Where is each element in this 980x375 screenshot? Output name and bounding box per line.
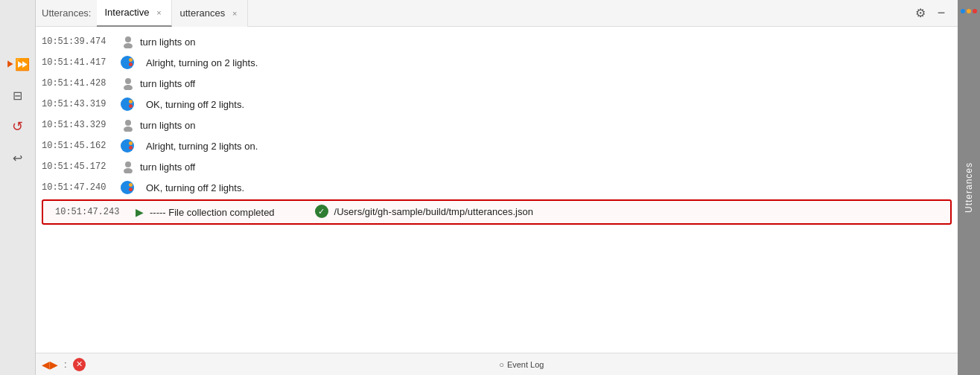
svg-point-5 [124, 85, 133, 90]
green-play-icon: ▶ [136, 206, 144, 218]
file-collection-text: ----- File collection completed [150, 207, 275, 218]
utterance-text: turn lights off [140, 161, 195, 173]
file-collection-row: 10:51:47.243 ▶ ----- File collection com… [42, 199, 952, 225]
utterance-text: Alright, turning 2 lights on. [146, 141, 258, 152]
tab-utterances-label: utterances [179, 7, 225, 19]
utterance-text: turn lights on [140, 36, 195, 48]
svg-point-7 [124, 126, 133, 132]
ai-speaker-icon [121, 180, 141, 195]
utterance-text: Alright, turning on 2 lights. [146, 57, 258, 68]
svg-point-4 [125, 78, 131, 84]
timestamp: 10:51:43.319 [42, 99, 116, 109]
human-speaker-icon [121, 118, 136, 132]
event-log-circle: ○ [499, 360, 504, 369]
human-speaker-icon [121, 34, 136, 49]
sidebar-dots [961, 9, 977, 13]
undo-sidebar-icon[interactable]: ↩ [6, 146, 30, 170]
tab-interactive-label: Interactive [104, 7, 149, 18]
utterance-text: turn lights off [140, 78, 195, 89]
event-log-area: ○ Event Log [92, 360, 952, 369]
history-sidebar-icon[interactable]: ↺ [6, 115, 30, 138]
timestamp: 10:51:41.428 [42, 78, 116, 89]
tab-interactive-close[interactable]: × [153, 7, 164, 18]
timestamp: 10:51:45.162 [42, 141, 116, 151]
utterance-row: 10:51:41.428 turn lights off [36, 73, 958, 94]
tab-interactive[interactable]: Interactive × [97, 0, 172, 27]
timestamp: 10:51:45.172 [42, 161, 116, 172]
utterance-row: 10:51:41.417 Alright, turning on 2 light… [36, 52, 958, 73]
yellow-dot [967, 9, 971, 13]
blue-dot [961, 9, 965, 13]
right-sidebar-label: Utterances [964, 162, 974, 213]
svg-point-6 [125, 120, 131, 126]
minimize-icon[interactable]: − [931, 3, 952, 24]
utterance-text: OK, turning off 2 lights. [146, 182, 244, 193]
green-check-icon: ✓ [315, 205, 328, 218]
svg-marker-1 [7, 61, 8, 67]
utterance-row: 10:51:39.474 turn lights on [36, 31, 958, 52]
utterances-label: Utterances: [42, 7, 91, 19]
ai-speaker-icon [121, 97, 141, 112]
event-log-label: Event Log [507, 360, 544, 369]
utterance-text: turn lights on [140, 120, 195, 131]
timestamp: 10:51:39.474 [42, 36, 116, 47]
timestamp: 10:51:43.329 [42, 120, 116, 130]
play-sidebar-icon[interactable]: ⏩ [6, 52, 30, 76]
status-play-icon[interactable]: ◀▶ [42, 359, 58, 371]
file-path-text: /Users/git/gh-sample/build/tmp/utterance… [334, 206, 533, 217]
human-speaker-icon [121, 159, 136, 174]
ai-speaker-icon [121, 55, 141, 70]
left-sidebar: ⏩ ⊟ ↺ ↩ [0, 0, 36, 375]
timestamp: 10:51:47.240 [42, 182, 116, 193]
tab-utterances-close[interactable]: × [229, 8, 240, 19]
red-dot [973, 9, 977, 13]
svg-point-8 [125, 161, 131, 167]
utterance-row: 10:51:47.240 OK, turning off 2 lights. [36, 177, 958, 198]
ai-speaker-icon [121, 138, 141, 153]
svg-point-9 [124, 168, 133, 173]
tab-bar: Utterances: Interactive × utterances × ⚙… [36, 0, 958, 27]
timestamp: 10:51:41.417 [42, 57, 116, 68]
status-colon: : [64, 359, 67, 370]
list-sidebar-icon[interactable]: ⊟ [6, 83, 30, 107]
timestamp: 10:51:47.243 [55, 207, 130, 217]
utterance-row: 10:51:43.319 OK, turning off 2 lights. [36, 94, 958, 115]
svg-point-2 [125, 36, 131, 42]
main-area: Utterances: Interactive × utterances × ⚙… [36, 0, 958, 375]
error-badge: ✕ [73, 358, 86, 371]
utterance-row: 10:51:45.172 turn lights off [36, 156, 958, 177]
utterance-text: OK, turning off 2 lights. [146, 99, 244, 110]
utterance-row: 10:51:45.162 Alright, turning 2 lights o… [36, 135, 958, 156]
tab-utterances[interactable]: utterances × [172, 0, 248, 27]
utterances-content[interactable]: 10:51:39.474 turn lights on 10:51:41.417… [36, 27, 958, 353]
settings-icon[interactable]: ⚙ [910, 3, 931, 24]
human-speaker-icon [121, 76, 136, 91]
status-bar: ◀▶ : ✕ ○ Event Log [36, 353, 958, 375]
svg-point-3 [124, 43, 133, 48]
file-collection-inner: 10:51:47.243 ▶ ----- File collection com… [49, 203, 281, 221]
right-sidebar: Utterances [958, 0, 980, 375]
utterance-row: 10:51:43.329 turn lights on [36, 115, 958, 135]
